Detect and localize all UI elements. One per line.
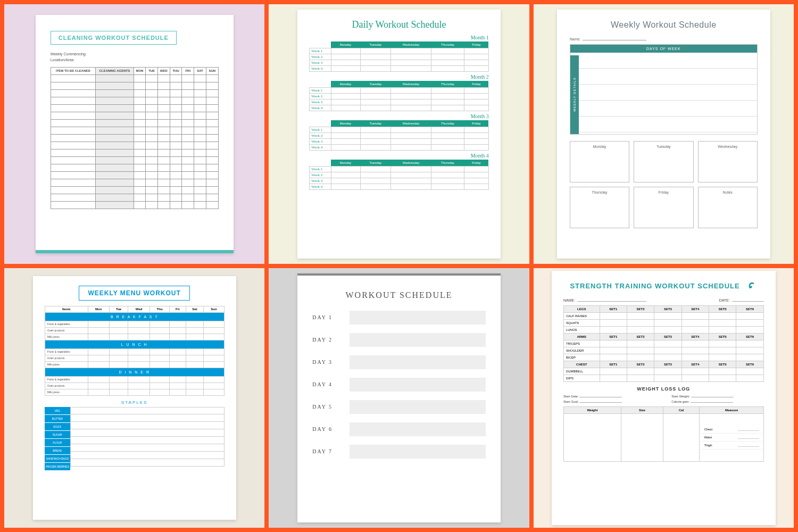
col-header: Items [45, 306, 88, 312]
template-card-weekly[interactable]: Weekly Workout Schedule Name: DAYS OF WE… [534, 4, 794, 264]
week-label: Week 3 [310, 138, 331, 144]
date-label: DATE: [719, 298, 730, 302]
day-box: Friday [634, 187, 693, 228]
col-header: TUE [146, 67, 158, 74]
loss-meta-field: Start Goal: [563, 400, 655, 403]
day-label: DAY 4 [312, 381, 350, 387]
staples-title: STAPLES [45, 400, 225, 405]
day-header: Monday [331, 160, 360, 167]
day-label: DAY 1 [312, 314, 350, 320]
item-label: Milk juices [45, 361, 88, 368]
week-label: Week 3 [310, 178, 331, 184]
template-card-menu[interactable]: WEEKLY MENU WORKOUT ItemsMonTueWedThuFri… [4, 268, 264, 528]
weekly-main-grid: DAYS OF WEEK WEEKLY DETAILS [570, 44, 758, 135]
day-header: Wednesday [391, 81, 431, 88]
day-header: Thursday [431, 120, 464, 127]
col-header: FRI [182, 67, 194, 74]
set-header: SET4 [681, 361, 709, 368]
item-label: Grain products [45, 383, 88, 389]
day-box: Wednesday [698, 141, 758, 182]
footer-accent [36, 250, 234, 253]
exercise-label: CALF RAISES [563, 312, 600, 319]
col-header: Fri [170, 306, 186, 312]
col-header: Sun [204, 306, 224, 312]
day-input-bar [350, 355, 486, 369]
template-card-daily[interactable]: Daily Workout Schedule Month 1MondayTues… [269, 4, 529, 264]
week-label: Week 2 [310, 93, 331, 99]
col-header: Wed [128, 306, 150, 312]
day-header: Thursday [431, 160, 464, 167]
col-header: Mon [88, 306, 109, 312]
measure-row: Chest [701, 426, 762, 434]
day-row: DAY 7 [312, 445, 486, 459]
day-header: Friday [464, 160, 489, 167]
loss-meta-field: Calorie gain: [671, 400, 763, 403]
day-box: Monday [570, 141, 629, 182]
day-header: Thursday [431, 81, 464, 88]
exercise-label: SHOULDER [563, 347, 600, 354]
set-header: SET1 [600, 333, 627, 340]
measure-row: Thigh [701, 442, 762, 450]
set-header: SET4 [681, 305, 709, 312]
exercise-label: DIPS [563, 375, 600, 381]
category-header: ARMS [563, 333, 600, 340]
day-header: Friday [464, 120, 489, 127]
col-header: WED [157, 67, 170, 74]
set-header: SET2 [627, 333, 654, 340]
day-header: Friday [464, 81, 489, 88]
day-header: Monday [331, 41, 360, 48]
template-card-cleaning[interactable]: CLEANING WORKOUT SCHEDULE Weekly Commenc… [4, 4, 264, 264]
staple-label: BUTTER [45, 415, 70, 423]
month-table: MondayTuesdayWednesdayThursdayFridayWeek… [309, 160, 489, 190]
page-daily: Daily Workout Schedule Month 1MondayTues… [297, 10, 501, 259]
day-row: DAY 1 [312, 311, 486, 325]
week-label: Week 2 [310, 54, 331, 60]
item-label: Grain products [45, 327, 88, 334]
weight-loss-title: WEIGHT LOSS LOG [563, 386, 764, 392]
week-label: Week 2 [310, 172, 331, 178]
template-card-simple[interactable]: WORKOUT SCHEDULE DAY 1DAY 2DAY 3DAY 4DAY… [269, 268, 529, 528]
loss-meta-field: Start Weight: [671, 395, 763, 398]
item-label: Fruits & vegetables [45, 376, 88, 383]
col-header: CLEANING AGENTS [96, 67, 134, 74]
month-label: Month 2 [309, 74, 489, 80]
title: Daily Workout Schedule [309, 19, 489, 30]
title: Weekly Workout Schedule [570, 20, 758, 30]
page-strength: STRENGTH TRAINING WORKOUT SCHEDULE NAME:… [552, 271, 776, 525]
day-header: Thursday [431, 41, 464, 48]
day-box: Notes [698, 187, 758, 228]
template-card-strength[interactable]: STRENGTH TRAINING WORKOUT SCHEDULE NAME:… [534, 268, 794, 528]
month-label: Month 1 [309, 35, 489, 40]
col-header: SAT [194, 67, 206, 74]
title: CLEANING WORKOUT SCHEDULE [51, 31, 177, 45]
day-header: Wednesday [391, 160, 431, 167]
staple-label: BREAD [45, 447, 70, 455]
log-header: Weight [563, 406, 621, 413]
set-header: SET5 [709, 361, 736, 368]
day-boxes-row: ThursdayFridayNotes [570, 187, 758, 228]
log-header: Size [621, 406, 663, 413]
set-header: SET6 [736, 333, 763, 340]
meta-commencing: Weekly Commencing: [51, 52, 219, 56]
day-row: DAY 3 [312, 355, 486, 369]
item-label: Milk juices [45, 389, 88, 395]
day-input-bar [350, 311, 486, 325]
week-label: Week 2 [310, 132, 331, 138]
day-label: DAY 6 [312, 426, 350, 432]
set-header: SET2 [627, 361, 654, 368]
day-header: Tuesday [360, 81, 391, 88]
staple-label: FLOUR [45, 439, 70, 447]
item-label: Fruits & vegetables [45, 348, 88, 355]
col-header: ITEM TO BE CLEANED [51, 67, 95, 74]
item-label: Fruits & vegetables [45, 321, 88, 327]
set-header: SET3 [654, 333, 681, 340]
staple-label: VEG [45, 407, 70, 415]
col-header: MON [134, 67, 146, 74]
set-header: SET3 [654, 305, 681, 312]
week-label: Week 1 [310, 48, 331, 54]
staple-label: EGGS [45, 423, 70, 431]
day-header: Wednesday [391, 120, 431, 127]
set-header: SET6 [736, 305, 763, 312]
col-header: THU [170, 67, 182, 74]
section-header: B R E A K F A S T [45, 312, 224, 321]
